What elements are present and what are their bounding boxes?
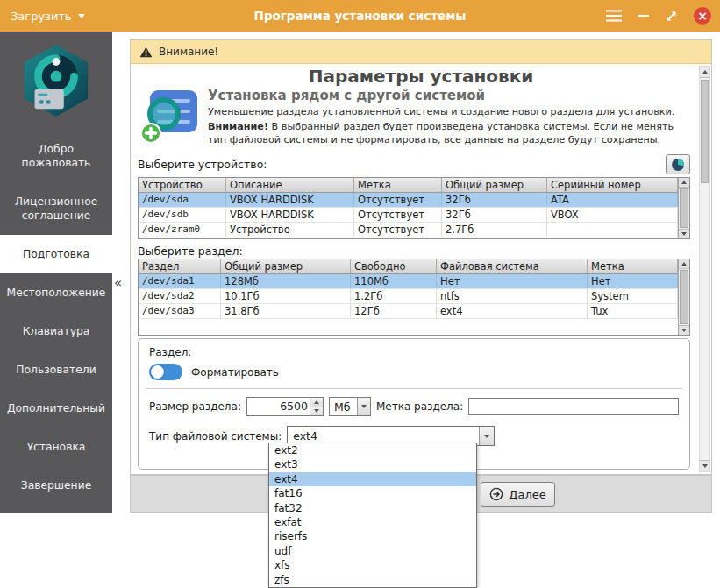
disk-search-add-icon xyxy=(138,89,199,146)
partition-row-sda1[interactable]: /dev/sda1 128Мб 110Мб Нет Нет xyxy=(139,274,678,289)
format-toggle[interactable] xyxy=(149,364,182,380)
column-header-partition[interactable]: Раздел xyxy=(139,259,221,273)
size-unit-select[interactable]: Мб xyxy=(329,397,371,416)
hexagon-logo-icon xyxy=(17,42,96,121)
scroll-up-icon[interactable] xyxy=(679,259,689,269)
fstype-label: Тип файловой системы: xyxy=(149,430,282,443)
scrollbar-thumb[interactable] xyxy=(701,80,709,183)
fstype-option-xfs[interactable]: xfs xyxy=(269,558,476,572)
cell: Нет xyxy=(588,274,678,288)
column-header-label[interactable]: Метка xyxy=(588,259,678,273)
fstype-option-riserfs[interactable]: riserfs xyxy=(269,529,476,543)
spin-up-icon[interactable] xyxy=(310,398,323,407)
size-label: Размер раздела: xyxy=(149,400,241,413)
warning-banner-text: Внимание! xyxy=(159,46,218,58)
column-header-filesystem[interactable]: Файловая система xyxy=(437,259,588,273)
column-header-label[interactable]: Метка xyxy=(354,178,442,192)
content-scrollbar[interactable] xyxy=(699,66,710,472)
device-row-zram0[interactable]: /dev/zram0 Устройство Отсутствует 2.7Гб xyxy=(139,223,678,237)
device-table-scrollbar[interactable] xyxy=(678,178,689,238)
sidebar-item-install[interactable]: Установка xyxy=(0,428,112,466)
partition-table-scrollbar[interactable] xyxy=(678,259,689,335)
partition-label-input[interactable] xyxy=(468,398,679,415)
chevron-down-icon xyxy=(78,14,85,18)
cell: System xyxy=(588,289,678,303)
window-controls: × xyxy=(606,0,711,32)
sidebar-collapse-button[interactable]: « xyxy=(114,275,122,291)
sidebar-item-finish[interactable]: Завершение xyxy=(0,466,112,505)
cell: /dev/zram0 xyxy=(139,223,226,237)
cell: ATA xyxy=(547,193,678,207)
chevron-down-icon xyxy=(479,427,494,445)
partition-form-label: Раздел: xyxy=(149,346,679,358)
column-header-size[interactable]: Общий размер xyxy=(442,178,547,192)
sidebar-item-users[interactable]: Пользователи xyxy=(0,351,112,389)
format-toggle-label: Форматировать xyxy=(191,366,279,379)
menu-icon[interactable] xyxy=(606,10,622,22)
next-button-label: Далее xyxy=(509,488,545,501)
minimize-button[interactable] xyxy=(638,15,649,18)
cell: ntfs xyxy=(437,289,588,303)
partition-table-header: Раздел Общий размер Свободно Файловая си… xyxy=(139,259,678,274)
close-button[interactable]: × xyxy=(694,7,711,25)
cell xyxy=(547,223,678,237)
partition-size-value: 6500 xyxy=(247,398,308,415)
sidebar-item-preparation[interactable]: Подготовка xyxy=(0,235,112,273)
sidebar-item-location[interactable]: Местоположение xyxy=(0,273,112,312)
maximize-button[interactable] xyxy=(665,10,678,23)
scrollbar-thumb[interactable] xyxy=(680,270,688,324)
content-area: Параметры установки xyxy=(131,64,711,474)
spin-down-icon[interactable] xyxy=(310,407,323,416)
fstype-option-ext4[interactable]: ext4 xyxy=(269,472,476,486)
cell: 12Гб xyxy=(351,304,437,318)
next-button[interactable]: Далее xyxy=(481,482,555,507)
scroll-down-icon[interactable] xyxy=(700,460,709,471)
fstype-option-zfs[interactable]: zfs xyxy=(269,573,476,587)
fstype-option-udf[interactable]: udf xyxy=(269,544,476,558)
size-unit-value: Мб xyxy=(330,400,357,414)
divider xyxy=(146,388,682,389)
cell: 32Гб xyxy=(442,193,547,207)
app-logo xyxy=(0,32,112,130)
scroll-down-icon[interactable] xyxy=(679,229,689,238)
column-header-total-size[interactable]: Общий размер xyxy=(221,259,351,273)
device-row-sdb[interactable]: /dev/sdb VBOX HARDDISK Отсутствует 32Гб … xyxy=(139,208,678,223)
column-header-free[interactable]: Свободно xyxy=(351,259,437,273)
sidebar-item-license[interactable]: Лицензионное соглашение xyxy=(0,182,112,235)
cell: VBOX HARDDISK xyxy=(226,193,354,207)
scrollbar-thumb[interactable] xyxy=(680,188,688,228)
sidebar-item-welcome[interactable]: Добро пожаловать xyxy=(0,130,112,182)
cell: VBOX HARDDISK xyxy=(226,208,354,222)
circled-arrow-right-icon xyxy=(489,487,503,501)
disk-usage-button[interactable] xyxy=(666,154,690,174)
device-row-sda[interactable]: /dev/sda VBOX HARDDISK Отсутствует 32Гб … xyxy=(139,193,678,208)
cell: 31.8Гб xyxy=(221,304,351,318)
fstype-option-ext3[interactable]: ext3 xyxy=(269,457,476,471)
fstype-option-fat16[interactable]: fat16 xyxy=(269,486,476,500)
load-menu-label: Загрузить xyxy=(11,10,72,23)
device-select-label: Выберите устройство: xyxy=(138,158,267,171)
warning-banner: Внимание! xyxy=(131,40,711,64)
cell: Tux xyxy=(588,304,678,318)
titlebar: Загрузить Программа установки системы × xyxy=(0,0,720,32)
cell: 128Мб xyxy=(221,274,351,288)
scroll-down-icon[interactable] xyxy=(679,325,689,335)
intro-block: Установка рядом с другой системой Уменьш… xyxy=(138,88,692,148)
partition-row-sda2[interactable]: /dev/sda2 10.1Гб 1.2Гб ntfs System xyxy=(139,289,678,304)
cell: /dev/sda2 xyxy=(139,289,221,303)
partition-size-input[interactable]: 6500 xyxy=(246,397,324,416)
scroll-up-icon[interactable] xyxy=(700,67,709,78)
partition-row-sda3[interactable]: /dev/sda3 31.8Гб 12Гб ext4 Tux xyxy=(139,304,678,319)
column-header-serial[interactable]: Серийный номер xyxy=(547,178,678,192)
fstype-option-ext2[interactable]: ext2 xyxy=(269,443,476,457)
section-warning-bold: Внимание! xyxy=(208,121,268,132)
main-panel: Внимание! Параметры установки xyxy=(130,39,712,475)
sidebar-item-keyboard[interactable]: Клавиатура xyxy=(0,312,112,351)
fstype-option-exfat[interactable]: exfat xyxy=(269,515,476,529)
column-header-description[interactable]: Описание xyxy=(226,178,354,192)
fstype-option-fat32[interactable]: fat32 xyxy=(269,501,476,515)
sidebar-item-additional[interactable]: Дополнительный xyxy=(0,389,112,428)
scroll-up-icon[interactable] xyxy=(679,178,689,188)
column-header-device[interactable]: Устройство xyxy=(139,178,226,192)
load-menu-button[interactable]: Загрузить xyxy=(11,0,85,32)
